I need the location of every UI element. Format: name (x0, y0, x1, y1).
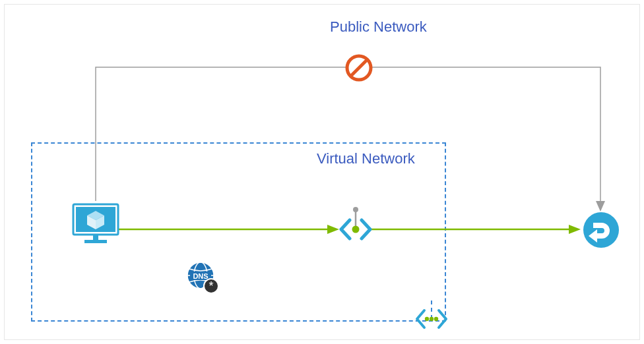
svg-point-25 (352, 226, 360, 233)
svg-point-28 (434, 317, 438, 321)
blocked-icon (344, 53, 374, 86)
svg-point-27 (430, 317, 434, 321)
private-endpoint-icon (339, 206, 372, 249)
svg-point-26 (425, 317, 429, 321)
svg-point-29 (583, 212, 619, 248)
svg-text:DNS: DNS (193, 272, 208, 280)
public-network-label: Public Network (330, 18, 427, 36)
svg-rect-11 (84, 240, 107, 243)
svg-rect-10 (93, 235, 98, 240)
azure-relay-icon (582, 211, 620, 252)
virtual-machine-icon (71, 202, 120, 249)
dns-icon: DNS * (185, 260, 222, 299)
virtual-network-label: Virtual Network (317, 150, 415, 167)
vnet-peering-connector-icon (415, 307, 448, 333)
svg-text:*: * (209, 279, 213, 293)
